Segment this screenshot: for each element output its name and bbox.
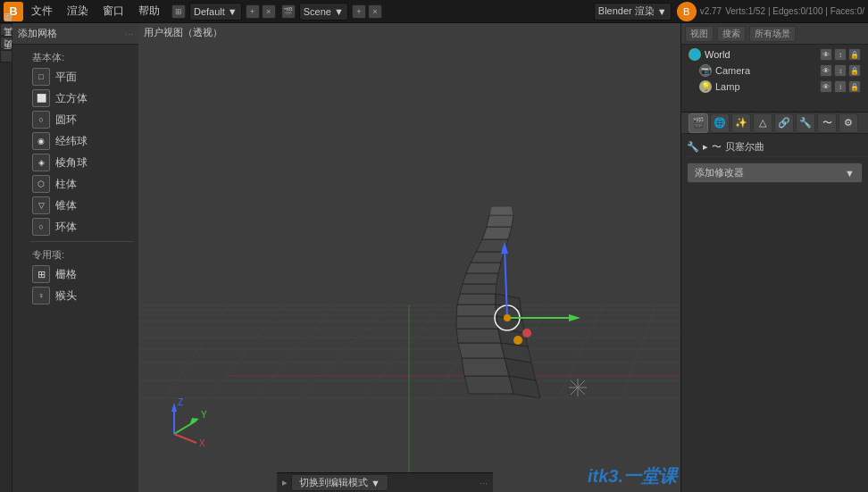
lamp-restrict-view[interactable]: 🔒 [848, 80, 861, 93]
prop-tab-render[interactable]: 🎬 [689, 113, 708, 133]
camera-restrict-render[interactable]: 👁 [820, 64, 832, 77]
scene-item-lamp[interactable]: 💡 Lamp 👁 ↕ 🔒 [685, 79, 864, 95]
mesh-icosphere[interactable]: ◈ 棱角球 [25, 152, 138, 173]
top-bar: B 文件 渲染 窗口 帮助 ⊞ Default ▼ + × 🎬 Scene ▼ … [0, 0, 868, 23]
mesh-grid[interactable]: ⊞ 栅格 [25, 263, 138, 285]
svg-point-50 [504, 314, 511, 321]
menu-render[interactable]: 渲染 [61, 2, 95, 21]
prop-tab-constraints[interactable]: 🔗 [774, 113, 794, 133]
prop-tab-material[interactable]: ⚙ [839, 113, 858, 133]
viewport[interactable]: 用户视图（透视） [138, 23, 680, 492]
prop-tab-scene[interactable]: 🌐 [710, 113, 730, 133]
triangle-icon: ▸ [282, 477, 288, 488]
mesh-plane[interactable]: □ 平面 [25, 66, 138, 88]
right-panel: 视图 搜索 所有场景 🌐 World 👁 ↕ 🔒 📷 [680, 23, 868, 492]
basic-section-label: 基本体: [25, 48, 138, 66]
monkey-icon: ♀ [32, 287, 50, 304]
prop-tabs: 🎬 🌐 ✨ △ 🔗 🔧 〜 ⚙ [685, 111, 862, 136]
world-actions: 👁 ↕ 🔒 [820, 48, 861, 61]
mesh-monkey[interactable]: ♀ 猴头 [25, 285, 138, 306]
camera-icon: 📷 [699, 64, 712, 77]
camera-restrict-select[interactable]: ↕ [834, 64, 847, 77]
scene-canvas: Z Y X [138, 23, 680, 492]
menu-window[interactable]: 窗口 [96, 2, 130, 21]
prop-tab-data[interactable]: 〜 [817, 113, 837, 133]
tab-tool[interactable]: 工具 [0, 37, 13, 49]
version-label: v2.77 [700, 6, 722, 16]
left-panel: 创建 工具 历史 添加网格 ··· 基本体: □ 平面 ⬜ 立方体 [0, 23, 138, 492]
camera-restrict-view[interactable]: 🔒 [848, 64, 861, 77]
mesh-uvsphere[interactable]: ◉ 经纬球 [25, 130, 138, 152]
svg-text:Y: Y [201, 410, 207, 420]
layout-selector[interactable]: Default ▼ [189, 3, 242, 21]
menu-help[interactable]: 帮助 [132, 2, 166, 21]
lamp-icon: 💡 [699, 80, 712, 93]
prop-tab-object[interactable]: △ [753, 113, 772, 133]
search-btn[interactable]: 搜索 [717, 26, 746, 42]
svg-marker-29 [460, 284, 497, 294]
scene-selector[interactable]: Scene ▼ [299, 3, 348, 21]
lamp-restrict-render[interactable]: 👁 [820, 80, 832, 93]
torus-label: 环体 [55, 220, 77, 235]
tab-create[interactable]: 创建 [0, 23, 13, 36]
modifier-dropdown-icon: ▼ [845, 168, 855, 179]
mesh-circle[interactable]: ○ 圆环 [25, 109, 138, 130]
grid-label: 栅格 [55, 267, 77, 282]
prop-tab-modifier[interactable]: 🔧 [796, 113, 815, 133]
scenes-btn[interactable]: 所有场景 [749, 26, 796, 42]
scene-item-world[interactable]: 🌐 World 👁 ↕ 🔒 [685, 46, 864, 63]
remove-scene-btn[interactable]: × [368, 4, 382, 19]
lamp-restrict-select[interactable]: ↕ [834, 80, 847, 93]
plane-icon: □ [32, 68, 50, 86]
uvsphere-icon: ◉ [32, 132, 50, 150]
torus-icon: ○ [32, 218, 50, 236]
left-panel-content: 添加网格 ··· 基本体: □ 平面 ⬜ 立方体 ○ 圆环 ◉ [13, 23, 138, 492]
menu-file[interactable]: 文件 [25, 2, 59, 21]
special-section-label: 专用项: [25, 246, 138, 263]
remove-layout-btn[interactable]: × [262, 4, 276, 19]
outliner: 视图 搜索 所有场景 🌐 World 👁 ↕ 🔒 📷 [681, 23, 868, 113]
svg-marker-32 [471, 252, 505, 263]
mode-selector[interactable]: 切换到编辑模式 ▼ [291, 474, 388, 491]
world-restrict-render[interactable]: 👁 [820, 48, 832, 61]
mesh-torus[interactable]: ○ 环体 [25, 216, 138, 238]
add-layout-btn[interactable]: + [246, 4, 260, 19]
icosphere-icon: ◈ [32, 154, 50, 171]
svg-marker-22 [464, 376, 513, 394]
add-modifier-btn[interactable]: 添加修改器 ▼ [687, 163, 863, 183]
cube-label: 立方体 [55, 91, 88, 106]
outliner-bar: 视图 搜索 所有场景 [681, 23, 868, 45]
side-tabs: 创建 工具 历史 [0, 23, 13, 492]
stats-label: Verts:1/52 | Edges:0/100 | Faces:0/ [725, 6, 864, 16]
world-restrict-select[interactable]: ↕ [834, 48, 847, 61]
svg-marker-31 [466, 263, 501, 273]
prop-tab-world[interactable]: ✨ [731, 113, 751, 133]
bottom-dots: ··· [480, 478, 488, 488]
mesh-cube[interactable]: ⬜ 立方体 [25, 88, 138, 109]
svg-marker-27 [456, 304, 497, 316]
blender-logo-right: B [677, 2, 697, 21]
tab-history[interactable]: 历史 [0, 50, 13, 63]
scene-list: 🌐 World 👁 ↕ 🔒 📷 Camera 👁 ↕ 🔒 [681, 45, 868, 112]
add-scene-btn[interactable]: + [352, 4, 366, 19]
camera-actions: 👁 ↕ 🔒 [820, 64, 861, 77]
bezier-arrow-icon: ▸ [703, 141, 708, 153]
viewport-header: 用户视图（透视） [138, 23, 680, 41]
left-panel-header: 添加网格 ··· [13, 23, 138, 45]
layout-icon: ⊞ [171, 4, 186, 19]
bezier-left-icon: 🔧 [687, 141, 699, 153]
svg-point-49 [522, 329, 531, 338]
engine-selector[interactable]: Blender 渲染 ▼ [594, 3, 672, 21]
bezier-label: 贝塞尔曲 [725, 140, 764, 154]
mesh-cone[interactable]: ▽ 锥体 [25, 195, 138, 216]
scene-item-camera[interactable]: 📷 Camera 👁 ↕ 🔒 [685, 63, 864, 79]
circle-icon: ○ [32, 111, 50, 129]
svg-marker-26 [456, 316, 498, 329]
world-restrict-view[interactable]: 🔒 [848, 48, 861, 61]
mesh-cylinder[interactable]: ⬡ 柱体 [25, 173, 138, 195]
lamp-actions: 👁 ↕ 🔒 [820, 80, 861, 93]
view-btn[interactable]: 视图 [685, 26, 714, 42]
main-layout: 创建 工具 历史 添加网格 ··· 基本体: □ 平面 ⬜ 立方体 [0, 23, 868, 492]
svg-marker-25 [456, 329, 501, 343]
header-right: Blender 渲染 ▼ B v2.77 Verts:1/52 | Edges:… [592, 2, 864, 21]
